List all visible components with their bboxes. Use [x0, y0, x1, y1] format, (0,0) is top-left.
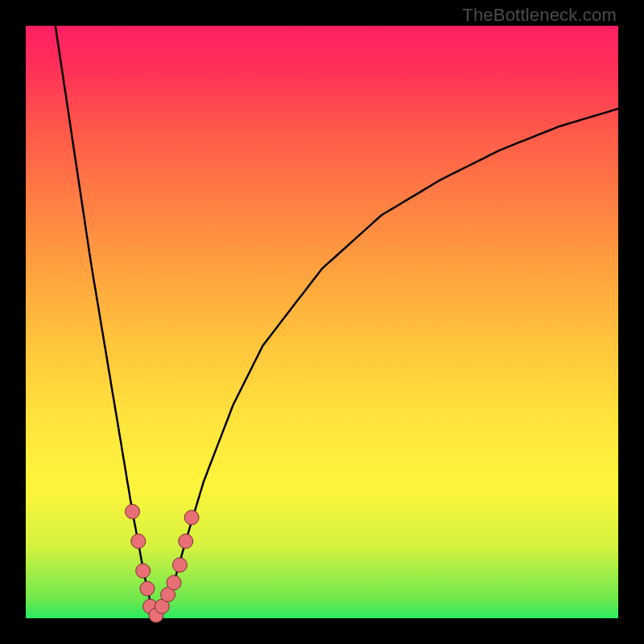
- highlight-marker: [179, 534, 193, 548]
- highlight-marker: [131, 534, 146, 548]
- highlight-marker: [136, 564, 151, 578]
- highlight-marker: [140, 581, 155, 596]
- highlight-marker: [184, 510, 199, 525]
- curve-group: [56, 26, 618, 615]
- marker-group: [126, 505, 200, 623]
- highlight-marker: [126, 505, 140, 519]
- highlight-marker: [172, 558, 187, 572]
- chart-svg: [26, 26, 618, 618]
- chart-frame: TheBottleneck.com: [0, 0, 644, 644]
- bottleneck-curve: [56, 26, 618, 615]
- plot-area: [26, 26, 618, 618]
- watermark-text: TheBottleneck.com: [462, 5, 617, 26]
- highlight-marker: [167, 576, 181, 590]
